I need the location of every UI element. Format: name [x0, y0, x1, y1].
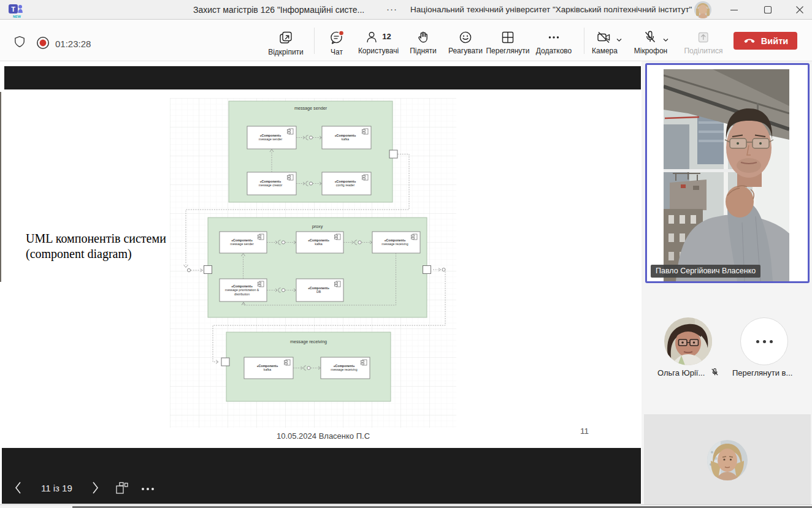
participants-sidebar: Павло Сергійович Власенко Ольга Юрії...: [642, 61, 812, 504]
speaker-name-tag: Павло Сергійович Власенко: [651, 265, 760, 278]
window-bottom-strip: [0, 504, 812, 508]
prev-slide-button[interactable]: [13, 480, 24, 495]
chevron-down-icon: [662, 37, 669, 44]
uml-component-label: config reader: [336, 183, 355, 187]
close-button[interactable]: [795, 6, 804, 14]
recording-indicator-icon: [36, 36, 50, 50]
meeting-toolbar: 01:23:28 Відкріпити Чат 12 Користувачі: [0, 20, 812, 61]
meeting-stage: UML компонентів системи (component diagr…: [0, 61, 812, 504]
uml-component-label: message receiving: [331, 368, 357, 371]
chat-button[interactable]: Чат: [321, 30, 352, 56]
raise-hand-label: Підняти: [410, 47, 437, 55]
raise-hand-button[interactable]: Підняти: [403, 30, 443, 55]
uml-component-label: kafka: [315, 242, 323, 246]
uml-component-label: «Component»: [334, 364, 355, 368]
unpin-label: Відкріпити: [268, 48, 304, 56]
uml-component-label: «Component»: [335, 134, 356, 137]
slide-heading: UML компонентів системи (component diagr…: [26, 231, 166, 262]
meeting-title: Захист магістрів 126 "Інформаційні систе…: [193, 5, 364, 15]
uml-component-label: «Component»: [257, 364, 278, 368]
next-slide-button[interactable]: [90, 480, 101, 495]
uml-component-label: «Component»: [260, 180, 282, 183]
presentation-top-bar: [4, 66, 641, 89]
uml-container-title: message receiving: [290, 339, 327, 344]
mic-label: Мікрофон: [634, 47, 667, 55]
participant-avatar: [707, 440, 748, 480]
chevron-down-icon: [616, 37, 622, 44]
mic-button[interactable]: Мікрофон: [633, 30, 678, 55]
camera-label: Камера: [592, 47, 618, 55]
svg-text:NEW: NEW: [13, 15, 21, 18]
minimize-button[interactable]: [730, 6, 738, 14]
svg-text:T: T: [11, 6, 15, 13]
uml-component-label: message sender: [259, 137, 283, 141]
uml-component-label: message receiving: [381, 242, 408, 246]
react-label: Реагувати: [448, 47, 483, 55]
uml-port: [389, 150, 397, 158]
leave-label: Вийти: [761, 36, 788, 46]
slide-edge-sliver: [0, 92, 1, 282]
account-avatar[interactable]: [694, 1, 711, 18]
participant-video-tile[interactable]: [644, 414, 811, 504]
uml-port: [423, 266, 431, 274]
presentation-nav-bar: 11 із 19: [2, 448, 641, 504]
hangup-icon: [743, 34, 756, 48]
uml-component-label: «Component»: [308, 286, 329, 290]
shield-icon: [13, 35, 26, 48]
view-label: Переглянути: [486, 47, 529, 55]
uml-component-diagram: message senderproxymessage receiving«Com…: [170, 98, 456, 428]
camera-off-icon: [596, 30, 612, 45]
participant-name-label: Ольга Юрії...: [657, 368, 705, 377]
slide-page-number: 11: [580, 426, 589, 436]
uml-component-label: «Component»: [308, 238, 329, 242]
participant-mic-off-icon: [710, 368, 719, 377]
organization-name: Національний технічний університет "Харк…: [410, 5, 692, 14]
uml-container-title: message sender: [294, 105, 327, 111]
meeting-timer: 01:23:28: [55, 39, 91, 49]
uml-component-label: «Component»: [231, 238, 253, 242]
speaker-video: [664, 69, 789, 281]
title-bar: T NEW Захист магістрів 126 "Інформаційні…: [0, 0, 812, 20]
uml-component-label: DB: [316, 290, 321, 294]
toolbar-divider: [584, 28, 584, 54]
more-button[interactable]: Додатково: [530, 30, 577, 55]
speaker-video-tile[interactable]: Павло Сергійович Власенко: [645, 63, 810, 283]
chat-label: Чат: [331, 48, 343, 56]
uml-component-label: kafka: [342, 137, 350, 141]
view-button[interactable]: Переглянути: [482, 30, 534, 55]
share-button[interactable]: Поділитися: [681, 30, 726, 55]
uml-component-label: distribution: [234, 292, 250, 296]
uml-component-label: message sender: [230, 242, 254, 246]
nav-more-button[interactable]: [140, 486, 158, 492]
uml-component-label: kafka: [264, 368, 272, 371]
participants-label: Користувачі: [358, 47, 399, 55]
participants-count: 12: [382, 32, 391, 41]
view-more-label: Переглянути в...: [732, 368, 792, 377]
leave-button[interactable]: Вийти: [733, 32, 797, 50]
uml-port: [204, 266, 212, 274]
title-overflow-button[interactable]: ···: [386, 4, 397, 14]
uml-component-label: message prioritization &: [225, 288, 259, 292]
uml-container-title: proxy: [312, 224, 323, 229]
mic-off-icon: [643, 30, 657, 45]
uml-component-label: «Component»: [260, 134, 282, 137]
maximize-button[interactable]: [764, 6, 772, 14]
slide-sorter-button[interactable]: [115, 481, 129, 496]
uml-component-label: «Component»: [385, 238, 406, 242]
more-participants-button[interactable]: [740, 317, 788, 365]
uml-component-label: message creator: [259, 183, 283, 187]
unpin-button[interactable]: Відкріпити: [261, 30, 310, 56]
teams-logo-icon: T NEW: [8, 2, 24, 18]
share-icon: [696, 30, 711, 45]
camera-button[interactable]: Камера: [588, 30, 630, 55]
react-button[interactable]: Реагувати: [444, 30, 487, 55]
uml-component-label: «Component»: [335, 180, 356, 183]
share-label: Поділитися: [684, 47, 722, 55]
participants-button[interactable]: 12 Користувачі: [355, 30, 402, 55]
slide-position: 11 із 19: [41, 483, 72, 493]
uml-component-label: «Component»: [231, 284, 253, 288]
slide-caption: 10.05.2024 Власенко П.С: [5, 431, 642, 441]
uml-port: [221, 358, 229, 366]
toolbar-divider: [314, 28, 315, 54]
participant-avatar[interactable]: [664, 317, 712, 365]
